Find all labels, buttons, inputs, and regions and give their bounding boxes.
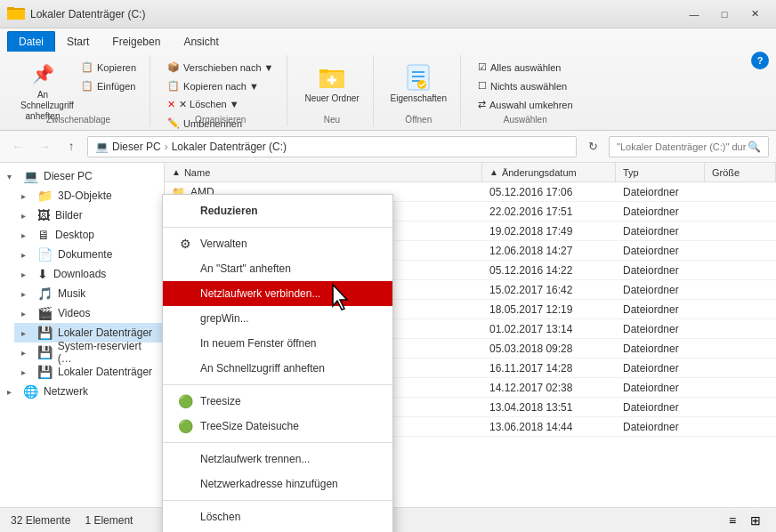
sidebar-item-system[interactable]: ▸ 💾 System-reserviert (… <box>14 343 164 362</box>
ctx-item-label: An Schnellzugriff anheften <box>200 362 325 375</box>
forward-button[interactable]: → <box>34 136 55 157</box>
close-button[interactable]: ✕ <box>740 5 769 23</box>
sidebar-item-dokumente[interactable]: ▸ 📄 Dokumente <box>14 245 164 264</box>
neuer-ordner-button[interactable]: Neuer Ordner <box>298 59 365 109</box>
svg-rect-5 <box>319 69 328 73</box>
sidebar-label-dieser-pc: Dieser PC <box>44 170 93 182</box>
file-size <box>705 359 776 377</box>
alles-auswaehlen-button[interactable]: ☑ Alles auswählen <box>472 59 579 76</box>
ctx-item-label: grepWin... <box>200 312 249 325</box>
context-menu-item[interactable]: Netzwerkadresse hinzufügen <box>163 472 392 496</box>
kopieren-nach-button[interactable]: 📋 Kopieren nach ▼ <box>161 77 265 94</box>
tab-start[interactable]: Start <box>55 31 101 52</box>
context-menu-item[interactable]: grepWin... <box>163 306 392 331</box>
help-button[interactable]: ? <box>751 52 769 69</box>
context-menu-item[interactable]: Netzlaufwerk trennen... <box>163 447 392 472</box>
back-button[interactable]: ← <box>7 136 28 157</box>
context-menu-item[interactable]: An Schnellzugriff anheften <box>163 356 392 381</box>
sidebar-item-downloads[interactable]: ▸ ⬇ Downloads <box>14 264 164 284</box>
sidebar-item-desktop[interactable]: ▸ 🖥 Desktop <box>14 225 164 245</box>
ctx-item-label: Treesize <box>200 395 241 407</box>
search-box[interactable]: 🔍 <box>609 136 769 157</box>
sidebar-item-dieser-pc[interactable]: ▾ 💻 Dieser PC <box>0 166 164 186</box>
expand-icon-videos: ▸ <box>21 309 32 318</box>
move-icon: 📦 <box>167 61 180 73</box>
desktop-icon: 🖥 <box>37 228 50 242</box>
sidebar-item-netzwerk[interactable]: ▸ 🌐 Netzwerk <box>0 382 164 401</box>
sidebar-item-musik[interactable]: ▸ 🎵 Musik <box>14 284 164 303</box>
col-header-size[interactable]: Größe <box>705 163 776 181</box>
verschieben-button[interactable]: 📦 Verschieben nach ▼ <box>161 59 279 76</box>
context-menu-item[interactable]: 🟢 TreeSize Dateisuche <box>163 414 392 439</box>
view-icons-button[interactable]: ⊞ <box>746 511 765 530</box>
eigenschaften-button[interactable]: Eigenschaften <box>384 59 453 108</box>
ribbon: Datei Start Freigeben Ansicht 📌 An Schne… <box>0 28 776 131</box>
tab-datei[interactable]: Datei <box>7 31 55 52</box>
view-details-button[interactable]: ≡ <box>723 511 742 530</box>
up-button[interactable]: ↑ <box>61 136 82 157</box>
file-type: Dateiordner <box>616 319 705 338</box>
context-menu-item[interactable]: An "Start" anheften <box>163 256 392 281</box>
ribbon-group-auswaehlen: ☑ Alles auswählen ☐ Nichts auswählen ⇄ A… <box>465 55 586 126</box>
tab-freigeben[interactable]: Freigeben <box>101 31 172 52</box>
ribbon-group-zwischenablage: 📌 An Schnellzugriff anheften 📋 Kopieren … <box>7 55 150 126</box>
context-menu: Reduzieren ⚙ Verwalten An "Start" anheft… <box>162 194 393 532</box>
address-path[interactable]: 💻 Dieser PC › Lokaler Datenträger (C:) <box>87 136 577 157</box>
sidebar-label-system: System-reserviert (… <box>58 340 157 365</box>
sort-up-icon: ▲ <box>172 167 181 177</box>
sort-icon-date: ▲ <box>489 167 498 177</box>
file-size <box>705 241 776 260</box>
sidebar-label-bilder: Bilder <box>55 209 83 222</box>
loeschen-button[interactable]: ✕ ✕ Löschen ▼ <box>161 96 246 113</box>
expand-icon-desktop: ▸ <box>21 230 32 240</box>
ctx-item-icon <box>177 451 193 467</box>
ctx-item-label: In neuem Fenster öffnen <box>200 337 317 350</box>
file-date: 05.03.2018 09:28 <box>482 339 616 358</box>
context-menu-separator <box>163 500 392 501</box>
ctx-item-label: Netzlaufwerk trennen... <box>200 453 310 465</box>
sidebar-item-videos[interactable]: ▸ 🎬 Videos <box>14 303 164 323</box>
tab-ansicht[interactable]: Ansicht <box>172 31 230 52</box>
expand-icon-3d: ▸ <box>21 191 32 201</box>
select-none-icon: ☐ <box>478 80 487 92</box>
sidebar-item-3d-objekte[interactable]: ▸ 📁 3D-Objekte <box>14 186 164 206</box>
context-menu-item[interactable]: Reduzieren <box>163 198 392 223</box>
kopieren-button[interactable]: 📋 Kopieren <box>75 59 142 76</box>
drive-c-icon: 💾 <box>37 326 53 340</box>
context-menu-item[interactable]: 🟢 Treesize <box>163 389 392 414</box>
einfuegen-button[interactable]: 📋 Einfügen <box>75 77 142 94</box>
col-header-name[interactable]: ▲ Name <box>165 163 482 181</box>
sidebar-item-lokaler-d[interactable]: ▸ 💾 Lokaler Datenträger <box>14 362 164 382</box>
maximize-button[interactable]: □ <box>710 5 739 23</box>
sidebar-label-videos: Videos <box>58 307 90 319</box>
file-type: Dateiordner <box>616 300 705 318</box>
ctx-item-label: Verwalten <box>200 238 247 250</box>
context-menu-item[interactable]: In neuem Fenster öffnen <box>163 331 392 356</box>
file-size <box>705 398 776 416</box>
nichts-auswaehlen-button[interactable]: ☐ Nichts auswählen <box>472 77 579 94</box>
svg-rect-1 <box>7 10 25 20</box>
ribbon-group-oeffnen: Eigenschaften Öffnen <box>377 55 461 126</box>
delete-icon: ✕ <box>167 99 175 110</box>
file-type: Dateiordner <box>616 202 705 221</box>
video-icon: 🎬 <box>37 306 53 320</box>
context-menu-item[interactable]: ⚙ Verwalten <box>163 231 392 256</box>
col-header-type[interactable]: Typ <box>616 163 705 181</box>
context-menu-item[interactable]: Löschen <box>163 504 392 529</box>
refresh-button[interactable]: ↻ <box>582 136 603 157</box>
minimize-button[interactable]: — <box>680 5 708 23</box>
context-menu-item[interactable]: Netzlaufwerk verbinden... <box>163 281 392 306</box>
ctx-item-label: TreeSize Dateisuche <box>200 420 299 432</box>
file-size <box>705 222 776 240</box>
ctx-item-icon <box>177 286 193 302</box>
organisieren-label: Organisieren <box>195 115 246 125</box>
col-header-date[interactable]: ▲ Änderungsdatum <box>482 163 616 181</box>
path-separator: › <box>165 141 168 153</box>
sidebar-label-netzwerk: Netzwerk <box>44 385 88 398</box>
documents-icon: 📄 <box>37 247 53 262</box>
file-size <box>705 417 776 436</box>
expand-icon-downloads: ▸ <box>21 270 32 279</box>
search-input[interactable] <box>617 141 748 152</box>
auswahl-umkehren-button[interactable]: ⇄ Auswahl umkehren <box>472 96 579 113</box>
sidebar-item-bilder[interactable]: ▸ 🖼 Bilder <box>14 206 164 225</box>
